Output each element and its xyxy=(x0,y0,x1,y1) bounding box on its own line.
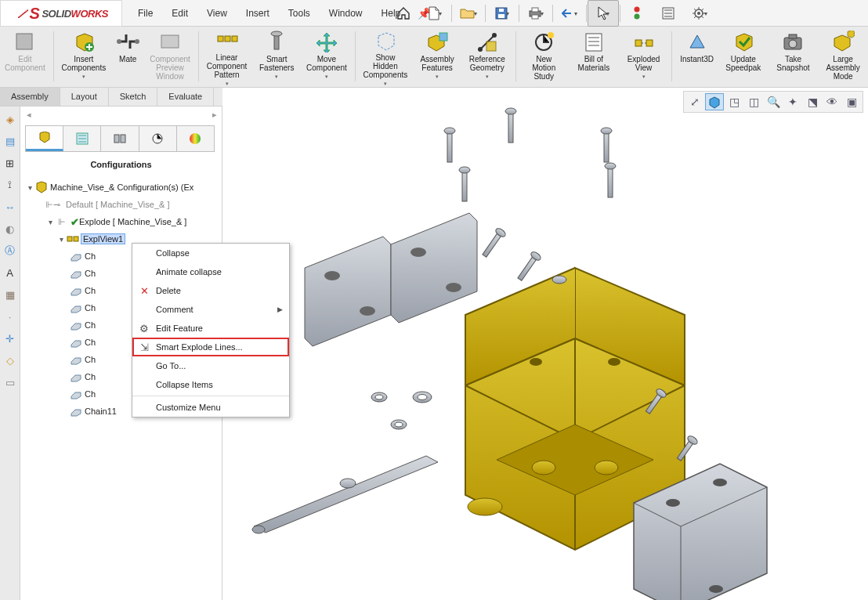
tab-dimxpert[interactable] xyxy=(139,126,177,151)
tree-default-config[interactable]: ⊩⊸ Default [ Machine_Vise_& ] xyxy=(25,196,222,213)
insert-components-icon xyxy=(71,30,96,53)
graphics-viewport[interactable]: ⤢◳◫🔍✦⬔👁▣ xyxy=(222,88,868,600)
render-icon[interactable]: ▣ xyxy=(842,93,861,110)
ribbon-instant3d[interactable]: Instant3D xyxy=(675,30,718,85)
scene-icon[interactable]: ✦ xyxy=(783,93,802,110)
ribbon-move-component[interactable]: Move Component xyxy=(302,30,352,85)
ribbon-take-snapshot[interactable]: Take Snapshot xyxy=(769,30,819,85)
ribbon-show-hidden[interactable]: Show Hidden Components xyxy=(359,30,413,85)
hide-icon[interactable]: ▭ xyxy=(2,374,18,390)
ribbon-large-assembly[interactable]: Large Assembly Mode xyxy=(818,30,868,85)
svg-rect-54 xyxy=(447,131,452,162)
ribbon-reference-geometry[interactable]: Reference Geometry xyxy=(462,30,512,85)
svg-rect-0 xyxy=(496,8,507,19)
svg-point-57 xyxy=(459,167,470,173)
new-document-icon[interactable]: ▾ xyxy=(419,0,450,27)
edit-component-icon xyxy=(13,30,38,53)
rebuild-icon[interactable] xyxy=(621,0,653,27)
svg-rect-3 xyxy=(530,11,541,16)
menu-file[interactable]: File xyxy=(128,0,162,27)
tab-assembly[interactable]: Assembly xyxy=(0,88,60,106)
tab-configuration-manager[interactable] xyxy=(101,126,139,151)
open-icon[interactable]: ▾ xyxy=(453,0,484,27)
print-icon[interactable]: ▾ xyxy=(520,0,552,27)
context-animate[interactable]: Animate collapse xyxy=(132,262,289,281)
panel-collapse-icon[interactable]: ◂ xyxy=(27,110,31,120)
hide-show-icon[interactable]: 👁 xyxy=(823,93,841,110)
axis-icon[interactable]: ◇ xyxy=(2,352,18,368)
svg-point-50 xyxy=(666,499,680,507)
ribbon-update-speedpak[interactable]: Update Speedpak xyxy=(718,30,769,85)
tab-feature-tree[interactable] xyxy=(26,126,63,151)
measure-icon[interactable]: ⟟ xyxy=(2,177,18,193)
shaded-icon[interactable] xyxy=(705,93,724,110)
context-goto[interactable]: Go To... xyxy=(132,356,289,375)
tab-evaluate[interactable]: Evaluate xyxy=(157,88,214,106)
large-assembly-icon xyxy=(830,30,855,53)
menu-window[interactable]: Window xyxy=(320,0,372,27)
section-icon[interactable]: ▤ xyxy=(2,133,18,149)
ribbon-linear-pattern[interactable]: Linear Component Pattern xyxy=(202,30,252,85)
zoom-fit-icon[interactable]: ⤢ xyxy=(685,93,704,110)
menu-tools[interactable]: Tools xyxy=(279,0,320,27)
settings-gear-icon[interactable]: ▾ xyxy=(684,0,715,27)
menu-insert[interactable]: Insert xyxy=(237,0,279,27)
select-icon[interactable]: ▾ xyxy=(588,0,619,27)
tab-display-manager[interactable] xyxy=(177,126,214,151)
ribbon-bom[interactable]: Bill of Materials xyxy=(569,30,619,85)
logo-solid: SOLID xyxy=(42,8,71,20)
context-customize[interactable]: Customize Menu xyxy=(132,398,289,417)
svg-rect-17 xyxy=(225,36,230,42)
options-icon[interactable] xyxy=(653,0,684,27)
ribbon-insert-components[interactable]: Insert Components xyxy=(56,30,110,85)
ribbon-smart-fasteners[interactable]: Smart Fasteners xyxy=(251,30,302,85)
chevron-down-icon xyxy=(384,79,387,88)
ribbon-mate[interactable]: Mate xyxy=(110,30,145,85)
text-icon[interactable]: A xyxy=(2,265,18,280)
center-icon[interactable]: · xyxy=(2,309,18,324)
undo-icon[interactable]: ▾ xyxy=(554,0,585,27)
svg-point-51 xyxy=(713,479,727,486)
panel-expand-icon[interactable]: ▸ xyxy=(212,110,222,120)
context-editfeat[interactable]: ⚙Edit Feature xyxy=(132,319,289,338)
section-icon[interactable]: ◫ xyxy=(744,93,763,110)
perspective-icon[interactable]: 🔍 xyxy=(764,93,783,110)
svg-rect-60 xyxy=(604,131,609,162)
context-comment[interactable]: Comment▶ xyxy=(132,300,289,319)
menu-edit[interactable]: Edit xyxy=(162,0,197,27)
svg-point-44 xyxy=(532,461,555,475)
tab-layout[interactable]: Layout xyxy=(60,88,109,106)
tab-property-manager[interactable] xyxy=(63,126,101,151)
svg-rect-32 xyxy=(789,34,797,38)
context-separator xyxy=(132,396,289,396)
render-icon[interactable]: ▦ xyxy=(2,287,18,302)
svg-rect-62 xyxy=(608,166,613,197)
save-icon[interactable]: ▾ xyxy=(486,0,518,27)
ribbon-exploded-view[interactable]: Exploded View xyxy=(619,30,669,85)
view-orient-icon[interactable]: ⬔ xyxy=(803,93,822,110)
tree-explode-config[interactable]: ▾ ⊩ ✔ Explode [ Machine_Vise_& ] xyxy=(25,213,222,230)
context-collapseitems[interactable]: Collapse Items xyxy=(132,375,289,394)
annotate-icon[interactable]: Ⓐ xyxy=(2,243,18,258)
svg-rect-28 xyxy=(635,40,642,46)
ribbon-new-motion[interactable]: New Motion Study xyxy=(519,30,569,85)
menu-view[interactable]: View xyxy=(197,0,237,27)
view-icon[interactable]: ⊞ xyxy=(2,155,18,171)
svg-point-26 xyxy=(548,32,554,38)
assembly-features-icon xyxy=(425,30,450,53)
dim-icon[interactable]: ↔ xyxy=(2,199,18,215)
context-collapse[interactable]: Collapse xyxy=(132,244,289,262)
orient-icon[interactable]: ◈ xyxy=(2,111,18,127)
wireframe-icon[interactable]: ◳ xyxy=(725,93,743,110)
context-smartlines[interactable]: ⇲Smart Explode Lines... xyxy=(132,338,289,356)
context-label: Customize Menu xyxy=(156,403,221,412)
home-icon[interactable] xyxy=(388,0,419,27)
tree-root[interactable]: ▾ Machine_Vise_& Configuration(s) (Ex xyxy=(25,179,222,196)
context-delete[interactable]: ✕Delete xyxy=(132,281,289,300)
bom-icon xyxy=(581,30,606,53)
origin-icon[interactable]: ✛ xyxy=(2,331,18,346)
ribbon-assembly-features[interactable]: Assembly Features xyxy=(412,30,462,85)
tab-sketch[interactable]: Sketch xyxy=(109,88,158,106)
context-label: Delete xyxy=(156,286,181,295)
appearance-icon[interactable]: ◐ xyxy=(2,221,18,237)
